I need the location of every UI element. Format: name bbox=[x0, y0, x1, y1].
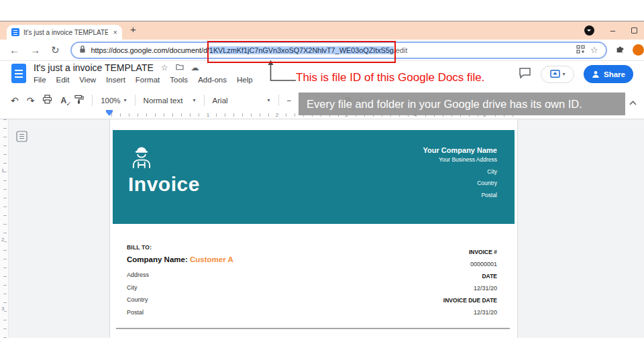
ruler-number: 1 bbox=[205, 112, 211, 118]
document-outline-icon[interactable] bbox=[16, 131, 28, 145]
company-city: City bbox=[423, 166, 497, 178]
browser-window: It's just a invoice TEMPLATE - Go × + – … bbox=[0, 21, 644, 337]
invoice-due-date-value: 12/31/20 bbox=[443, 306, 497, 318]
invoice-number-value: 00000001 bbox=[443, 258, 497, 270]
ruler-number: 1 bbox=[1, 168, 4, 174]
invoice-details-block: INVOICE # 00000001 DATE 12/31/20 INVOICE… bbox=[443, 246, 497, 318]
share-label: Share bbox=[604, 70, 625, 78]
menu-file[interactable]: File bbox=[34, 76, 46, 84]
paragraph-style-select[interactable]: Normal text▾ bbox=[144, 97, 196, 105]
file-id-wrap: 1KVLzmKf1jC7nGVn3xoSQ7X2NhlvT7_WE03oQZIt… bbox=[209, 46, 394, 54]
invoice-due-date-label: INVOICE DUE DATE bbox=[443, 294, 497, 306]
profile-avatar[interactable] bbox=[633, 44, 644, 56]
document-canvas: 1 2 3 bbox=[0, 119, 644, 338]
drive-id-annotation-text: Every file and folder in your Google dri… bbox=[299, 93, 625, 115]
bill-to-label: BILL TO: bbox=[127, 244, 233, 251]
company-name: Your Company Name bbox=[423, 146, 497, 154]
share-button[interactable]: Share bbox=[584, 65, 633, 83]
browser-tab-strip: It's just a invoice TEMPLATE - Go × + – bbox=[0, 21, 644, 40]
invoice-banner: Invoice Your Company Name Your Business … bbox=[113, 130, 515, 224]
document-status-cloud-icon[interactable]: ☁ bbox=[191, 63, 199, 72]
paint-format-icon[interactable] bbox=[74, 95, 84, 107]
lock-icon bbox=[79, 44, 86, 56]
url-text: https://docs.google.com/document/d/1KVLz… bbox=[91, 46, 408, 54]
ruler-number: 3 bbox=[1, 306, 4, 312]
screenshot-canvas: It's just a invoice TEMPLATE - Go × + – … bbox=[0, 0, 644, 362]
font-select[interactable]: Arial▾ bbox=[213, 97, 270, 105]
browser-tab[interactable]: It's just a invoice TEMPLATE - Go × bbox=[7, 25, 122, 40]
bill-country: Country bbox=[127, 294, 233, 306]
collapse-toolbar-icon[interactable] bbox=[629, 97, 637, 109]
move-folder-icon[interactable] bbox=[176, 63, 184, 72]
ruler-number: 2 bbox=[1, 237, 4, 243]
construction-worker-icon bbox=[129, 143, 154, 176]
company-address: Your Business Address bbox=[423, 154, 497, 166]
bill-to-block: BILL TO: Company Name: Customer A Addres… bbox=[127, 244, 233, 318]
google-docs-icon[interactable] bbox=[11, 64, 26, 83]
invoice-heading: Invoice bbox=[128, 173, 200, 196]
bill-address: Address bbox=[127, 269, 233, 282]
ruler-number: 2 bbox=[274, 112, 280, 118]
print-icon[interactable] bbox=[42, 95, 52, 107]
spell-check-icon[interactable]: A✓ bbox=[60, 96, 66, 105]
zoom-select[interactable]: 100%▾ bbox=[101, 97, 126, 105]
tab-title: It's just a invoice TEMPLATE - Go bbox=[23, 29, 108, 36]
undo-icon[interactable]: ↶ bbox=[11, 95, 19, 106]
url-suffix: /edit bbox=[394, 46, 407, 54]
bill-city: City bbox=[127, 282, 233, 294]
qr-code-icon[interactable] bbox=[576, 44, 585, 56]
minimize-button[interactable]: – bbox=[610, 27, 615, 34]
invoice-date-label: DATE bbox=[443, 270, 497, 282]
redo-icon[interactable]: ↷ bbox=[27, 95, 35, 106]
bookmark-star-icon[interactable]: ☆ bbox=[590, 45, 598, 55]
bill-customer-name: Customer A bbox=[190, 255, 233, 263]
forward-icon[interactable]: → bbox=[30, 44, 40, 56]
document-page[interactable]: Invoice Your Company Name Your Business … bbox=[109, 119, 518, 338]
back-icon[interactable]: ← bbox=[9, 44, 19, 56]
restore-window-button[interactable] bbox=[631, 27, 637, 34]
company-block: Your Company Name Your Business Address … bbox=[423, 146, 497, 201]
document-title[interactable]: It's just a invoice TEMPLATE bbox=[34, 62, 154, 73]
menu-edit[interactable]: Edit bbox=[56, 76, 70, 84]
star-document-icon[interactable]: ☆ bbox=[161, 63, 168, 72]
vertical-ruler[interactable]: 1 2 3 bbox=[0, 119, 9, 338]
invoice-divider-line bbox=[116, 328, 510, 329]
file-id-selected-text: 1KVLzmKf1jC7nGVn3xoSQ7X2NhlvT7_WE03oQZIt… bbox=[209, 46, 394, 54]
browser-navigation-bar: ← → ↻ https://docs.google.com/document/d… bbox=[0, 40, 644, 61]
new-tab-button[interactable]: + bbox=[130, 23, 136, 35]
font-size-decrease-button[interactable]: − bbox=[287, 97, 292, 105]
menu-tools[interactable]: Tools bbox=[170, 76, 188, 84]
menu-help[interactable]: Help bbox=[237, 76, 253, 84]
menu-insert[interactable]: Insert bbox=[106, 76, 125, 84]
indent-marker[interactable] bbox=[106, 110, 113, 116]
extensions-puzzle-icon[interactable] bbox=[615, 44, 625, 56]
annotation-arrow bbox=[266, 59, 298, 84]
tab-close-icon[interactable]: × bbox=[112, 28, 117, 36]
share-person-icon bbox=[592, 70, 600, 78]
file-id-annotation-text: This is file ID of this Google Docs file… bbox=[296, 71, 485, 84]
bill-postal: Postal bbox=[127, 306, 233, 319]
browser-update-icon[interactable] bbox=[584, 25, 594, 36]
menu-bar: File Edit View Insert Format Tools Add-o… bbox=[34, 76, 253, 84]
menu-addons[interactable]: Add-ons bbox=[198, 76, 227, 84]
menu-view[interactable]: View bbox=[79, 76, 96, 84]
window-controls: – bbox=[584, 21, 644, 40]
company-postal: Postal bbox=[423, 190, 497, 202]
present-caret-icon: ▾ bbox=[563, 71, 566, 77]
invoice-date-value: 12/31/20 bbox=[443, 282, 497, 294]
google-docs-favicon bbox=[11, 28, 19, 36]
invoice-number-label: INVOICE # bbox=[443, 246, 497, 258]
comments-icon[interactable] bbox=[519, 67, 531, 81]
menu-format[interactable]: Format bbox=[136, 76, 160, 84]
url-bar[interactable]: https://docs.google.com/document/d/1KVLz… bbox=[70, 42, 607, 59]
bill-company-label: Company Name: bbox=[127, 255, 188, 263]
url-prefix: https://docs.google.com/document/d/ bbox=[91, 46, 209, 54]
reload-icon[interactable]: ↻ bbox=[51, 44, 60, 56]
present-button[interactable]: ▾ bbox=[541, 66, 574, 83]
company-country: Country bbox=[423, 178, 497, 190]
